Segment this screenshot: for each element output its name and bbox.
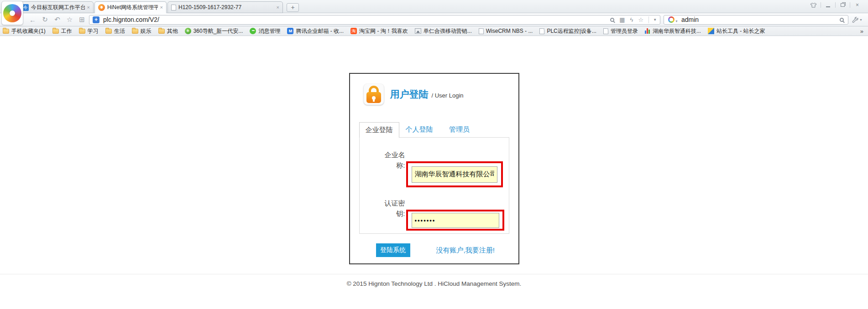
tab-close-icon[interactable]: × (87, 5, 90, 10)
folder-icon (158, 29, 165, 34)
skin-theme-button[interactable] (806, 1, 821, 9)
url-text[interactable]: plc.hignton.com/V2/ (103, 16, 605, 23)
restore-icon (841, 3, 845, 7)
minimize-button[interactable] (821, 1, 835, 9)
tab-close-icon[interactable]: × (277, 5, 279, 10)
favorite-star-icon[interactable]: ☆ (63, 15, 76, 24)
tab-enterprise-login[interactable]: 企业登陆 (359, 122, 399, 138)
login-box: 用户登陆 / User Login 企业登陆 个人登陆 管理员 企业名 称: 认… (349, 73, 519, 264)
close-button[interactable]: × (850, 1, 864, 9)
back-icon[interactable]: ← (26, 16, 39, 24)
bookmark-messages[interactable]: 消息管理 (250, 27, 280, 35)
tools-wrench-button[interactable]: ▼ (852, 16, 863, 23)
folder-icon (132, 29, 138, 34)
login-title-en: / User Login (432, 92, 464, 99)
bookmark-shanren[interactable]: 单仁合强移动营销... (415, 27, 472, 35)
close-icon: × (856, 2, 859, 8)
page-icon (539, 28, 544, 34)
login-tabs: 企业登陆 个人登陆 管理员 (359, 122, 509, 137)
tab-administrator[interactable]: 管理员 (439, 122, 480, 137)
qr-code-icon[interactable]: ▦ (619, 17, 625, 23)
tab-strip: 今 今目标互联网工作平台 × HiNet网络系统管理平台 × H120-1509… (18, 1, 299, 13)
tab-personal-login[interactable]: 个人登陆 (399, 122, 439, 137)
pinwheel-icon (3, 4, 21, 22)
tab-h120[interactable]: H120-1509-1617-2932-77 × (167, 1, 283, 13)
search-engine-caret-icon[interactable]: ▼ (675, 20, 678, 23)
wrench-icon (852, 16, 858, 23)
company-name-input[interactable] (412, 166, 497, 183)
address-bar[interactable]: + plc.hignton.com/V2/ ▦ ϟ ☆ ▼ (89, 15, 660, 25)
auth-key-row: 认证密 钥: (360, 198, 509, 231)
company-name-row: 企业名 称: (360, 149, 509, 187)
folder-icon (3, 29, 9, 34)
site-favicon-icon: + (93, 16, 99, 23)
bookmark-folder-work[interactable]: 工作 (52, 27, 72, 35)
search-box[interactable]: ▼ admin (664, 15, 848, 25)
folder-icon (52, 29, 59, 34)
login-fieldset: 企业名 称: 认证密 钥: (359, 137, 509, 234)
footer-copyright: © 2015 Hignton Technology Ltd . HiCloud … (0, 280, 868, 287)
bookmark-plc-monitor[interactable]: PLC远程监控|设备... (539, 27, 596, 35)
hinet-favicon-icon (98, 4, 105, 11)
lock-icon (364, 84, 384, 105)
company-name-label: 企业名 称: (360, 149, 405, 187)
restore-button[interactable] (836, 1, 850, 9)
bookmark-folder-fun[interactable]: 娱乐 (132, 27, 152, 35)
lightning-icon[interactable]: ϟ (630, 17, 633, 23)
folder-icon (105, 29, 112, 34)
search-input[interactable]: admin (681, 16, 840, 23)
zoom-magnifier-icon[interactable] (610, 18, 614, 22)
bookmark-folder-other[interactable]: 其他 (158, 27, 178, 35)
zhanzhang-icon (708, 28, 714, 34)
auth-key-input-highlight (406, 210, 504, 231)
tshirt-icon (810, 3, 817, 8)
search-magnifier-icon[interactable] (840, 18, 844, 22)
bookmark-taobao[interactable]: 淘淘宝网 - 淘！我喜欢 (350, 27, 408, 35)
bar-chart-icon (645, 28, 650, 34)
nav360-icon (185, 28, 191, 34)
tab-close-icon[interactable]: × (160, 5, 163, 10)
minimize-icon (826, 6, 830, 7)
page-icon (603, 28, 608, 34)
chat-icon (250, 28, 256, 34)
bookmark-admin-login[interactable]: 管理员登录 (603, 27, 638, 35)
browser-logo[interactable] (1, 1, 23, 25)
bookmark-360nav[interactable]: 360导航_新一代安... (185, 27, 243, 35)
folder-icon (79, 29, 85, 34)
taobao-icon: 淘 (350, 28, 357, 34)
tab-hinet-active[interactable]: HiNet网络系统管理平台 × (94, 1, 167, 13)
apps-grid-icon[interactable]: ⊞ (76, 15, 88, 24)
company-input-highlight (406, 161, 503, 187)
login-title-zh: 用户登陆 (390, 88, 429, 101)
bookmark-folder-study[interactable]: 学习 (79, 27, 99, 35)
address-dropdown-caret-icon[interactable]: ▼ (648, 16, 657, 23)
bookmark-folder-life[interactable]: 生活 (105, 27, 125, 35)
refresh-icon[interactable]: ↻ (39, 15, 51, 24)
bookmark-zhanzhang[interactable]: 站长工具 - 站长之家 (708, 27, 765, 35)
browser-titlebar: 今 今目标互联网工作平台 × HiNet网络系统管理平台 × H120-1509… (0, 0, 868, 13)
page-icon (479, 28, 484, 34)
bookmark-wisecrm[interactable]: WiseCRM NBS - ... (479, 28, 533, 34)
new-tab-button[interactable]: + (287, 3, 299, 12)
bookmark-huachen[interactable]: 湖南华辰智通科技... (645, 27, 701, 35)
tools-caret-icon: ▼ (859, 18, 863, 21)
login-actions: 登陆系统 没有账户,我要注册! (376, 243, 509, 257)
login-submit-button[interactable]: 登陆系统 (376, 243, 410, 257)
bookmarks-overflow-chevron-icon[interactable]: » (860, 28, 865, 35)
page-favicon-icon (171, 5, 176, 10)
tab-title: HiNet网络系统管理平台 (107, 4, 158, 11)
bookmark-tencent-mail[interactable]: M腾讯企业邮箱 - 收... (287, 27, 344, 35)
bookmarks-bar: 手机收藏夹(1) 工作 学习 生活 娱乐 其他 360导航_新一代安... 消息… (0, 26, 868, 36)
bookmark-star-icon[interactable]: ☆ (638, 17, 643, 23)
bookmark-folder-mobile[interactable]: 手机收藏夹(1) (3, 27, 46, 35)
search-engine-icon[interactable] (668, 16, 675, 23)
browser-toolbar: ← ↻ ↶ ☆ ⊞ + plc.hignton.com/V2/ ▦ ϟ ☆ ▼ … (0, 13, 868, 26)
login-header: 用户登陆 / User Login (350, 74, 518, 105)
auth-key-input[interactable] (412, 213, 499, 228)
address-bar-actions: ▦ ϟ ☆ ▼ (605, 16, 657, 23)
undo-icon[interactable]: ↶ (51, 15, 63, 24)
tab-jinmubiao[interactable]: 今 今目标互联网工作平台 × (18, 1, 94, 13)
tab-title: H120-1509-1617-2932-77 (178, 4, 274, 10)
auth-key-label: 认证密 钥: (360, 198, 405, 231)
register-link[interactable]: 没有账户,我要注册! (436, 246, 495, 255)
